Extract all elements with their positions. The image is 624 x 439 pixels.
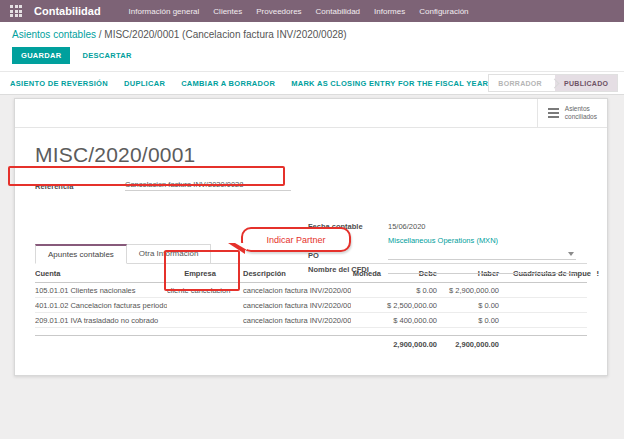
- cell-haber[interactable]: $ 0.00: [441, 316, 503, 325]
- cell-debe[interactable]: $ 2,500,000.00: [385, 301, 441, 310]
- col-empresa[interactable]: Empresa: [167, 264, 233, 282]
- optional-columns-icon[interactable]: ⁞: [591, 264, 599, 282]
- total-debe: 2,900,000.00: [385, 340, 441, 349]
- status-borrador[interactable]: BORRADOR: [489, 75, 551, 91]
- cell-cuenta[interactable]: 105.01.01 Clientes nacionales: [35, 286, 167, 295]
- topbar: Contabilidad Información general Cliente…: [0, 0, 624, 22]
- discard-button[interactable]: DESCARTAR: [82, 51, 131, 60]
- cfdi-input[interactable]: [388, 263, 576, 274]
- cell-haber[interactable]: $ 0.00: [441, 301, 503, 310]
- callout-text: Indicar Partner: [266, 235, 325, 245]
- status-publicado[interactable]: PUBLICADO: [555, 75, 617, 91]
- tab-otra-informacion[interactable]: Otra Información: [127, 244, 212, 264]
- menu-proveedores[interactable]: Proveedores: [256, 7, 301, 16]
- duplicate-button[interactable]: DUPLICAR: [124, 79, 165, 88]
- breadcrumb: Asientos contables / MISC/2020/0001 (Can…: [12, 29, 612, 40]
- table-row[interactable]: 209.01.01 IVA trasladado no cobrado canc…: [35, 313, 587, 328]
- button-box: Asientos conciliados: [15, 99, 607, 128]
- cell-descripcion[interactable]: cancelacion factura INV/2020/0028: [233, 286, 351, 295]
- menu-informes[interactable]: Informes: [374, 7, 405, 16]
- journal-items-icon: [548, 108, 559, 118]
- cell-debe[interactable]: $ 0.00: [385, 286, 441, 295]
- referencia-label: Referencia: [35, 182, 125, 191]
- po-dropdown[interactable]: [388, 249, 576, 260]
- referencia-input[interactable]: Cancelacion factura INV/2020/0028: [125, 180, 291, 191]
- action-bar: ASIENTO DE REVERSIÓN DUPLICAR CAMBIAR A …: [0, 71, 624, 95]
- cell-debe[interactable]: $ 400,000.00: [385, 316, 441, 325]
- table-row[interactable]: 401.01.02 Cancelacion facturas periodos …: [35, 298, 587, 313]
- col-cuenta[interactable]: Cuenta: [35, 264, 167, 282]
- menu-informacion-general[interactable]: Información general: [129, 7, 200, 16]
- cell-descripcion[interactable]: cancelacion factura INV/2020/0028: [233, 301, 351, 310]
- journal-items-table: 105.01.01 Clientes nacionales cliente ca…: [35, 283, 587, 328]
- total-haber: 2,900,000.00: [441, 340, 503, 349]
- reset-to-draft-button[interactable]: CAMBIAR A BORRADOR: [181, 79, 275, 88]
- reverse-entry-button[interactable]: ASIENTO DE REVERSIÓN: [10, 79, 108, 88]
- table-row[interactable]: 105.01.01 Clientes nacionales cliente ca…: [35, 283, 587, 298]
- apps-menu-icon[interactable]: [10, 5, 22, 17]
- dropdown-caret-icon[interactable]: [568, 252, 574, 256]
- content-area: Asientos conciliados MISC/2020/0001 Refe…: [0, 95, 624, 439]
- status-bar: BORRADOR PUBLICADO: [488, 74, 618, 92]
- breadcrumb-parent-link[interactable]: Asientos contables: [12, 29, 96, 40]
- totals-row: 2,900,000.00 2,900,000.00: [35, 335, 587, 351]
- cell-cuenta[interactable]: 401.01.02 Cancelacion facturas periodos …: [35, 301, 167, 310]
- document-title: MISC/2020/0001: [35, 143, 587, 167]
- cell-empresa[interactable]: cliente cancelacion: [167, 286, 233, 295]
- tab-apuntes-contables[interactable]: Apuntes contables: [35, 244, 127, 264]
- breadcrumb-current: MISC/2020/0001 (Cancelacion factura INV/…: [104, 29, 346, 40]
- stat-label-line2: conciliados: [565, 113, 597, 121]
- diario-link[interactable]: Miscellaneous Operations (MXN): [388, 236, 576, 245]
- stat-label-line1: Asientos: [565, 105, 597, 113]
- menu-contabilidad[interactable]: Contabilidad: [316, 7, 360, 16]
- cell-descripcion[interactable]: cancelacion factura INV/2020/0028: [233, 316, 351, 325]
- cell-haber[interactable]: $ 2,900,000.00: [441, 286, 503, 295]
- save-button[interactable]: GUARDAR: [12, 47, 70, 64]
- reconciled-entries-button[interactable]: Asientos conciliados: [537, 99, 607, 127]
- closing-entry-button[interactable]: MARK AS CLOSING ENTRY FOR THE FISCAL YEA…: [291, 79, 488, 88]
- annotation-callout: Indicar Partner: [241, 227, 351, 252]
- menu-configuracion[interactable]: Configuración: [419, 7, 468, 16]
- control-panel: Asientos contables / MISC/2020/0001 (Can…: [0, 22, 624, 71]
- fecha-contable-value[interactable]: 15/06/2020: [388, 222, 576, 231]
- menu-clientes[interactable]: Clientes: [213, 7, 242, 16]
- app-name: Contabilidad: [34, 5, 101, 17]
- cell-cuenta[interactable]: 209.01.01 IVA trasladado no cobrado: [35, 316, 167, 325]
- cfdi-label: Nombre del CFDI: [308, 265, 388, 274]
